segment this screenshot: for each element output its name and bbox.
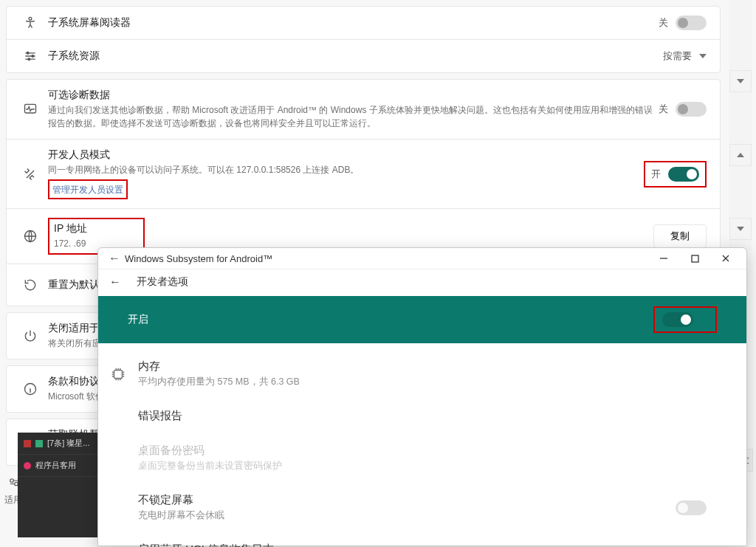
desc: 通过向我们发送其他诊断数据，帮助 Microsoft 改进适用于 Android… [48, 103, 659, 130]
svg-point-0 [29, 17, 32, 20]
state-label: 关 [659, 103, 668, 116]
master-toggle-bar: 开启 [98, 296, 746, 343]
master-toggle-label: 开启 [128, 313, 148, 326]
expand-chevron-2[interactable] [729, 144, 752, 166]
svg-point-3 [28, 58, 30, 61]
power-icon [20, 328, 41, 343]
maximize-button[interactable] [680, 248, 709, 269]
row-memory[interactable]: 内存 平均内存使用量为 575 MB，共 6.3 GB [138, 349, 707, 399]
window-title: Windows Subsystem for Android™ [125, 253, 272, 264]
svg-rect-10 [692, 255, 698, 262]
ip-value: 172. .69 [54, 237, 87, 250]
chevron-down-icon [699, 54, 707, 58]
svg-rect-11 [114, 370, 123, 378]
row-stay-awake[interactable]: 不锁定屏幕 充电时屏幕不会休眠 [138, 483, 707, 532]
desc: 充电时屏幕不会休眠 [138, 509, 676, 522]
heartbeat-icon [20, 102, 41, 117]
row-diagnostics: 可选诊断数据 通过向我们发送其他诊断数据，帮助 Microsoft 改进适用于 … [7, 80, 720, 139]
expand-chevron-1[interactable] [729, 70, 752, 92]
close-button[interactable] [711, 248, 740, 269]
titlebar-back-icon[interactable]: ← [104, 252, 125, 265]
title: 启用蓝牙 HCI 信息收集日志 [138, 543, 707, 547]
title: 不锁定屏幕 [138, 493, 676, 507]
outer-panel-peek [729, 0, 752, 251]
row-devmode: 开发人员模式 同一专用网络上的设备可以访问子系统。可以在 127.0.0.1:5… [7, 139, 720, 208]
title: 可选诊断数据 [48, 89, 659, 102]
title: 错误报告 [138, 409, 707, 423]
desc: 桌面完整备份当前未设置密码保护 [138, 460, 707, 472]
taskbar-snippet: [7条] 璨星... 程序吕客用 [18, 433, 97, 537]
expand-chevron-3[interactable] [729, 218, 752, 240]
svg-point-8 [10, 479, 14, 483]
select-value: 按需要 [663, 49, 692, 63]
info-icon [20, 382, 41, 396]
row-backup-pwd: 桌面备份密码 桌面完整备份当前未设置密码保护 [138, 433, 707, 483]
title: 桌面备份密码 [138, 444, 707, 458]
android-window: ← Windows Subsystem for Android™ ← 开发者选项… [97, 247, 747, 546]
row-screen-reader: 子系统屏幕阅读器 关 [7, 7, 720, 39]
highlight-devmode-toggle: 开 [644, 161, 707, 188]
screen-reader-toggle[interactable] [676, 16, 707, 30]
diagnostics-toggle[interactable] [676, 102, 707, 117]
title: 开发人员模式 [48, 148, 644, 162]
subheader: ← 开发者选项 [98, 269, 746, 296]
title: IP 地址 [54, 222, 87, 235]
desc: 平均内存使用量为 575 MB，共 6.3 GB [138, 376, 707, 388]
devmode-toggle[interactable] [668, 167, 699, 182]
highlight-devmode-link: 管理开发人员设置 [48, 179, 128, 199]
minimize-button[interactable] [649, 248, 678, 269]
tools-icon [20, 167, 41, 182]
sliders-icon [20, 49, 41, 63]
chip-icon [110, 366, 126, 382]
stay-awake-toggle[interactable] [676, 500, 707, 515]
reset-icon [20, 278, 41, 292]
title: 子系统资源 [48, 49, 663, 63]
copy-button[interactable]: 复制 [653, 224, 707, 248]
taskbar-app-1[interactable]: [7条] 璨星... [18, 433, 97, 455]
taskbar-app-2[interactable]: 程序吕客用 [18, 455, 97, 477]
row-bugreport[interactable]: 错误报告 [138, 399, 707, 433]
back-arrow-icon[interactable]: ← [107, 275, 123, 289]
accessibility-icon [20, 16, 41, 30]
desc: 同一专用网络上的设备可以访问子系统。可以在 127.0.0.1:58526 上连… [48, 163, 644, 176]
highlight-master-toggle [653, 306, 717, 333]
devmode-link[interactable]: 管理开发人员设置 [52, 184, 123, 196]
resources-select[interactable]: 按需要 [663, 49, 707, 63]
state-label: 开 [651, 168, 661, 181]
master-toggle[interactable] [662, 312, 693, 327]
subheader-title: 开发者选项 [137, 275, 188, 289]
row-bt-hci[interactable]: 启用蓝牙 HCI 信息收集日志 已停用 [138, 532, 707, 547]
svg-point-2 [32, 55, 34, 58]
title: 内存 [138, 359, 707, 374]
globe-icon [20, 229, 41, 244]
row-resources[interactable]: 子系统资源 按需要 [7, 39, 720, 72]
titlebar: ← Windows Subsystem for Android™ [98, 248, 746, 269]
svg-point-1 [27, 52, 29, 55]
state-label: 关 [659, 16, 668, 30]
title: 子系统屏幕阅读器 [48, 16, 659, 30]
